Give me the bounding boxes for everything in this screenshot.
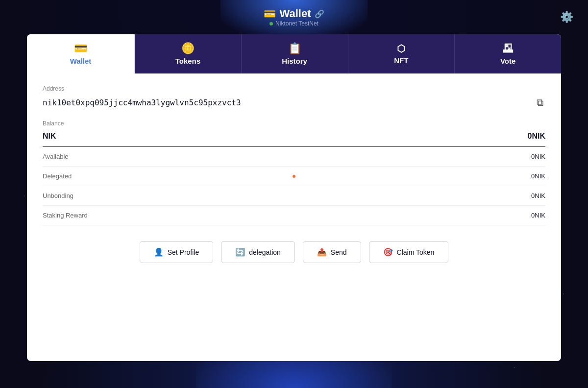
tab-wallet[interactable]: 💳 Wallet (27, 34, 135, 73)
balance-section: Balance NIK 0NIK Available 0NIK Delegate… (43, 120, 545, 225)
tab-nft[interactable]: ⬡ NFT (348, 34, 455, 73)
delegated-row: Delegated 0NIK (43, 167, 545, 186)
history-tab-icon: 📋 (288, 43, 301, 54)
balance-rows: Available 0NIK Delegated 0NIK Unbonding … (43, 147, 545, 225)
claim-token-icon: 🎯 (383, 247, 393, 257)
wallet-link-icon: 🔗 (315, 9, 324, 19)
staking-reward-label: Staking Reward (43, 212, 88, 219)
header-title-area: 💳 Wallet 🔗 Niktonet TestNet (264, 7, 325, 27)
balance-main-row: NIK 0NIK (43, 132, 545, 147)
address-value: nik10et0xpq095jjcc4mwha3lygwlvn5c95pxzvc… (43, 98, 241, 107)
delegated-dot (293, 175, 295, 178)
nft-tab-label: NFT (394, 56, 408, 65)
vote-tab-label: Vote (500, 57, 515, 65)
delegated-label: Delegated (43, 172, 72, 180)
tab-tokens[interactable]: 🪙 Tokens (135, 34, 242, 73)
claim-token-label: Claim Token (397, 248, 435, 256)
token-name: NIK (43, 132, 56, 141)
available-value: 0NIK (531, 153, 545, 160)
app-header: 💳 Wallet 🔗 Niktonet TestNet ⚙️ (0, 0, 588, 34)
network-label: Niktonet TestNet (275, 20, 318, 27)
available-row: Available 0NIK (43, 147, 545, 167)
action-buttons: 👤 Set Profile 🔄 delegation 📤 Send 🎯 Clai… (43, 241, 545, 263)
claim-token-button[interactable]: 🎯 Claim Token (369, 241, 449, 263)
delegation-button[interactable]: 🔄 delegation (221, 241, 295, 263)
wallet-content: Address nik10et0xpq095jjcc4mwha3lygwlvn5… (27, 73, 561, 361)
unbonding-row: Unbonding 0NIK (43, 186, 545, 206)
tab-vote[interactable]: 🗳 Vote (455, 34, 561, 73)
history-tab-label: History (282, 57, 307, 65)
nft-tab-icon: ⬡ (397, 44, 405, 53)
address-label: Address (43, 85, 545, 92)
header-title-text: Wallet (280, 7, 311, 20)
network-status-dot (270, 22, 273, 25)
balance-label: Balance (43, 120, 545, 127)
tokens-tab-icon: 🪙 (181, 43, 195, 54)
copy-address-button[interactable]: ⧉ (535, 95, 545, 110)
wallet-tab-label: Wallet (70, 57, 92, 65)
vote-tab-icon: 🗳 (503, 43, 514, 54)
set-profile-icon: 👤 (154, 247, 164, 257)
total-balance: 0NIK (528, 132, 545, 141)
header-title: 💳 Wallet 🔗 (264, 7, 325, 20)
address-section: Address nik10et0xpq095jjcc4mwha3lygwlvn5… (43, 85, 545, 110)
address-row: nik10et0xpq095jjcc4mwha3lygwlvn5c95pxzvc… (43, 95, 545, 110)
delegation-label: delegation (249, 248, 281, 256)
staking-reward-value: 0NIK (531, 212, 545, 219)
send-button[interactable]: 📤 Send (303, 241, 361, 263)
settings-icon[interactable]: ⚙️ (560, 11, 573, 24)
staking-reward-row: Staking Reward 0NIK (43, 206, 545, 225)
send-label: Send (331, 248, 347, 256)
send-icon: 📤 (317, 247, 327, 257)
unbonding-label: Unbonding (43, 192, 74, 199)
network-badge: Niktonet TestNet (270, 20, 318, 27)
tokens-tab-label: Tokens (175, 57, 200, 65)
set-profile-label: Set Profile (168, 248, 199, 256)
wallet-tab-icon: 💳 (74, 43, 87, 54)
wallet-header-icon: 💳 (264, 8, 276, 20)
available-label: Available (43, 153, 69, 160)
unbonding-value: 0NIK (531, 192, 545, 199)
set-profile-button[interactable]: 👤 Set Profile (140, 241, 214, 263)
header-settings[interactable]: ⚙️ (560, 11, 573, 24)
delegated-value: 0NIK (531, 172, 545, 180)
main-panel: 💳 Wallet 🪙 Tokens 📋 History ⬡ NFT 🗳 Vote… (27, 34, 561, 361)
tab-history[interactable]: 📋 History (242, 34, 348, 73)
tab-bar: 💳 Wallet 🪙 Tokens 📋 History ⬡ NFT 🗳 Vote (27, 34, 561, 73)
delegation-icon: 🔄 (235, 247, 245, 257)
